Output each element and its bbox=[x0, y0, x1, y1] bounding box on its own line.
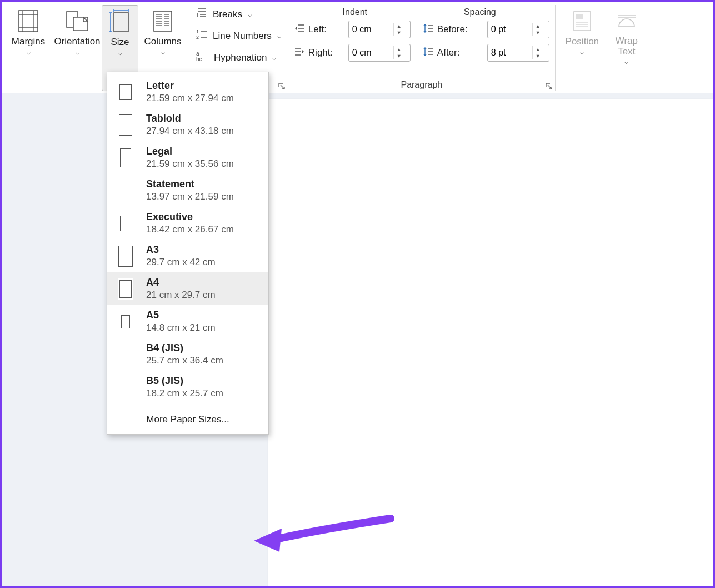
size-option-text: Letter21.59 cm x 27.94 cm bbox=[146, 80, 234, 104]
indent-left-label-wrap: Left: bbox=[294, 23, 345, 36]
chevron-down-icon: ⌵ bbox=[248, 11, 252, 18]
orientation-label: Orientation bbox=[54, 36, 100, 47]
size-option-statement[interactable]: Statement13.97 cm x 21.59 cm bbox=[107, 174, 268, 207]
more-sizes-prefix: More P bbox=[146, 414, 177, 425]
size-option-a4[interactable]: A421 cm x 29.7 cm bbox=[107, 272, 268, 305]
page-size-icon bbox=[117, 315, 134, 328]
svg-text:bc: bc bbox=[196, 56, 202, 62]
spinner-down[interactable]: ▼ bbox=[533, 29, 543, 36]
spacing-before-label-wrap: Before: bbox=[423, 23, 484, 36]
indent-right-label-wrap: Right: bbox=[294, 47, 345, 59]
size-option-name: Tabloid bbox=[146, 113, 234, 124]
page-size-icon bbox=[117, 114, 134, 136]
orientation-button[interactable]: Orientation ⌵ bbox=[53, 5, 102, 91]
indent-right-label: Right: bbox=[308, 47, 333, 58]
chevron-down-icon: ⌵ bbox=[580, 48, 584, 56]
spacing-before-input[interactable] bbox=[488, 23, 532, 36]
size-option-name: B5 (JIS) bbox=[146, 375, 223, 387]
svg-text:2: 2 bbox=[196, 34, 199, 40]
size-option-dims: 21.59 cm x 27.94 cm bbox=[146, 93, 234, 104]
size-option-letter[interactable]: Letter21.59 cm x 27.94 cm bbox=[107, 76, 268, 108]
indent-right-spinner[interactable]: ▲▼ bbox=[348, 44, 411, 62]
page-size-icon bbox=[117, 246, 134, 267]
spacing-after-spinner[interactable]: ▲▼ bbox=[487, 44, 549, 62]
paragraph-launcher[interactable] bbox=[545, 82, 553, 90]
size-option-a3[interactable]: A329.7 cm x 42 cm bbox=[107, 240, 268, 272]
spacing-after-label: After: bbox=[437, 47, 460, 58]
page-size-icon bbox=[117, 148, 134, 167]
size-option-name: Letter bbox=[146, 80, 234, 92]
chevron-down-icon: ⌵ bbox=[277, 32, 281, 40]
spinner-down[interactable]: ▼ bbox=[394, 53, 404, 59]
chevron-down-icon: ⌵ bbox=[161, 48, 165, 56]
svg-rect-6 bbox=[114, 13, 128, 32]
indent-left-spinner[interactable]: ▲▼ bbox=[348, 21, 411, 38]
spinner-down[interactable]: ▼ bbox=[394, 29, 404, 36]
indent-left-input[interactable] bbox=[349, 23, 393, 36]
spinner-up[interactable]: ▲ bbox=[533, 23, 543, 29]
more-paper-sizes[interactable]: More Paper Sizes... bbox=[107, 406, 268, 434]
size-option-a5[interactable]: A514.8 cm x 21 cm bbox=[107, 305, 268, 338]
size-option-text: A514.8 cm x 21 cm bbox=[146, 310, 216, 333]
line-numbers-button[interactable]: 12 Line Numbers ⌵ bbox=[196, 29, 281, 43]
size-option-executive[interactable]: Executive18.42 cm x 26.67 cm bbox=[107, 207, 268, 240]
chevron-down-icon: ⌵ bbox=[118, 49, 122, 57]
spinner-up[interactable]: ▲ bbox=[394, 46, 404, 53]
size-option-dims: 18.2 cm x 25.7 cm bbox=[146, 388, 223, 399]
size-option-text: A421 cm x 29.7 cm bbox=[146, 277, 216, 301]
breaks-button[interactable]: Breaks ⌵ bbox=[196, 7, 281, 21]
spacing-after-icon bbox=[423, 47, 434, 59]
margins-button[interactable]: Margins ⌵ bbox=[4, 5, 53, 91]
chevron-down-icon: ⌵ bbox=[27, 48, 31, 56]
indent-right-icon bbox=[294, 47, 305, 59]
breaks-label: Breaks bbox=[213, 9, 242, 20]
svg-marker-52 bbox=[254, 529, 282, 552]
spinner-up[interactable]: ▲ bbox=[394, 23, 404, 29]
size-option-name: A4 bbox=[146, 277, 216, 288]
size-option-tabloid[interactable]: Tabloid27.94 cm x 43.18 cm bbox=[107, 108, 268, 141]
spacing-before-icon bbox=[423, 23, 434, 36]
size-option-name: Statement bbox=[146, 178, 234, 190]
size-option-dims: 21 cm x 29.7 cm bbox=[146, 290, 216, 301]
spinner-down[interactable]: ▼ bbox=[533, 53, 543, 59]
more-sizes-accelerator: a bbox=[177, 414, 182, 425]
size-option-text: Tabloid27.94 cm x 43.18 cm bbox=[146, 113, 234, 137]
size-option-text: B4 (JIS)25.7 cm x 36.4 cm bbox=[146, 342, 223, 366]
indent-right-input[interactable] bbox=[349, 47, 393, 59]
size-option-text: Legal21.59 cm x 35.56 cm bbox=[146, 146, 234, 170]
position-button: Position ⌵ bbox=[558, 5, 607, 91]
size-option-dims: 13.97 cm x 21.59 cm bbox=[146, 191, 234, 202]
chevron-down-icon: ⌵ bbox=[76, 48, 79, 56]
size-option-text: A329.7 cm x 42 cm bbox=[146, 244, 216, 268]
page-setup-launcher[interactable] bbox=[278, 82, 286, 90]
size-option-legal[interactable]: Legal21.59 cm x 35.56 cm bbox=[107, 141, 268, 174]
spacing-before-spinner[interactable]: ▲▼ bbox=[487, 21, 549, 38]
size-option-b4-jis-[interactable]: B4 (JIS)25.7 cm x 36.4 cm bbox=[107, 338, 268, 371]
margins-icon bbox=[17, 8, 40, 34]
hyphenation-label: Hyphenation bbox=[214, 52, 267, 63]
size-option-name: B4 (JIS) bbox=[146, 342, 223, 354]
hyphenation-button[interactable]: a-bc Hyphenation ⌵ bbox=[196, 51, 281, 64]
orientation-icon bbox=[64, 8, 90, 34]
spacing-before-label: Before: bbox=[437, 24, 468, 35]
size-option-name: A5 bbox=[146, 310, 216, 321]
line-numbers-label: Line Numbers bbox=[213, 31, 272, 42]
chevron-down-icon: ⌵ bbox=[624, 58, 628, 66]
indent-left-label: Left: bbox=[308, 24, 327, 35]
chevron-down-icon: ⌵ bbox=[272, 54, 276, 62]
spacing-after-input[interactable] bbox=[488, 47, 532, 59]
indent-header: Indent bbox=[294, 7, 416, 17]
spinner-up[interactable]: ▲ bbox=[533, 46, 543, 53]
indent-left-icon bbox=[294, 23, 305, 36]
size-label: Size bbox=[111, 37, 129, 48]
svg-text:1: 1 bbox=[196, 29, 199, 34]
size-option-name: Legal bbox=[146, 146, 234, 157]
wrap-text-button: Wrap Text ⌵ bbox=[607, 5, 647, 91]
size-option-dims: 25.7 cm x 36.4 cm bbox=[146, 355, 223, 366]
hyphenation-icon: a-bc bbox=[196, 51, 209, 64]
spacing-header: Spacing bbox=[416, 7, 544, 17]
svg-rect-45 bbox=[576, 14, 583, 19]
size-dropdown: Letter21.59 cm x 27.94 cmTabloid27.94 cm… bbox=[107, 72, 269, 435]
size-option-b5-jis-[interactable]: B5 (JIS)18.2 cm x 25.7 cm bbox=[107, 371, 268, 403]
size-option-dims: 18.42 cm x 26.67 cm bbox=[146, 224, 234, 235]
